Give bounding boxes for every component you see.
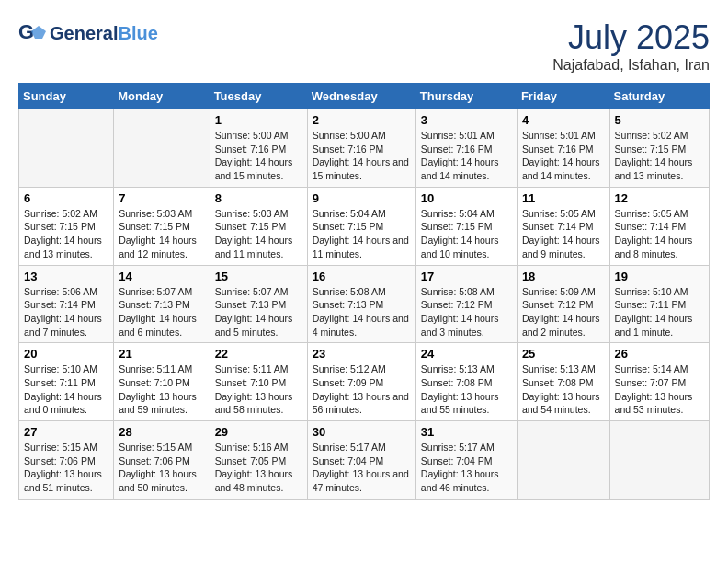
calendar-cell: 24Sunrise: 5:13 AMSunset: 7:08 PMDayligh… — [415, 343, 517, 421]
calendar-cell: 25Sunrise: 5:13 AMSunset: 7:08 PMDayligh… — [517, 343, 609, 421]
weekday-header-sunday: Sunday — [19, 84, 114, 109]
day-number: 24 — [421, 347, 512, 361]
logo-icon: G — [18, 18, 48, 48]
cell-content: Sunrise: 5:17 AMSunset: 7:04 PMDaylight:… — [421, 441, 512, 495]
calendar-cell: 10Sunrise: 5:04 AMSunset: 7:15 PMDayligh… — [415, 187, 517, 265]
calendar-week-row: 27Sunrise: 5:15 AMSunset: 7:06 PMDayligh… — [19, 421, 710, 500]
weekday-header-row: SundayMondayTuesdayWednesdayThursdayFrid… — [19, 84, 710, 109]
calendar-cell: 21Sunrise: 5:11 AMSunset: 7:10 PMDayligh… — [114, 343, 210, 421]
cell-content: Sunrise: 5:00 AMSunset: 7:16 PMDaylight:… — [313, 129, 411, 183]
cell-content: Sunrise: 5:10 AMSunset: 7:11 PMDaylight:… — [24, 362, 108, 417]
calendar-cell: 22Sunrise: 5:11 AMSunset: 7:10 PMDayligh… — [210, 343, 307, 421]
calendar-cell: 20Sunrise: 5:10 AMSunset: 7:11 PMDayligh… — [19, 343, 114, 421]
logo-text: GeneralBlue — [50, 23, 158, 44]
cell-content: Sunrise: 5:15 AMSunset: 7:06 PMDaylight:… — [24, 441, 108, 495]
cell-content: Sunrise: 5:17 AMSunset: 7:04 PMDaylight:… — [313, 441, 411, 495]
page-header: G GeneralBlue July 2025 Najafabad, Isfah… — [18, 18, 710, 74]
calendar-cell — [609, 421, 709, 500]
day-number: 16 — [313, 270, 411, 283]
day-number: 13 — [24, 270, 108, 283]
day-number: 11 — [522, 191, 605, 205]
cell-content: Sunrise: 5:04 AMSunset: 7:15 PMDaylight:… — [313, 207, 411, 261]
calendar-cell: 3Sunrise: 5:01 AMSunset: 7:16 PMDaylight… — [415, 109, 517, 188]
calendar-cell: 7Sunrise: 5:03 AMSunset: 7:15 PMDaylight… — [114, 187, 210, 265]
calendar-table: SundayMondayTuesdayWednesdayThursdayFrid… — [18, 83, 710, 500]
cell-content: Sunrise: 5:08 AMSunset: 7:13 PMDaylight:… — [313, 285, 411, 339]
calendar-cell: 28Sunrise: 5:15 AMSunset: 7:06 PMDayligh… — [114, 421, 210, 500]
calendar-cell — [517, 421, 609, 500]
calendar-cell: 6Sunrise: 5:02 AMSunset: 7:15 PMDaylight… — [19, 187, 114, 265]
calendar-cell: 9Sunrise: 5:04 AMSunset: 7:15 PMDaylight… — [307, 187, 415, 265]
calendar-cell — [114, 109, 210, 188]
calendar-week-row: 20Sunrise: 5:10 AMSunset: 7:11 PMDayligh… — [19, 343, 710, 421]
weekday-header-thursday: Thursday — [415, 84, 517, 109]
cell-content: Sunrise: 5:10 AMSunset: 7:11 PMDaylight:… — [615, 285, 704, 339]
logo: G GeneralBlue — [18, 18, 158, 48]
day-number: 19 — [615, 270, 704, 283]
weekday-header-saturday: Saturday — [609, 84, 709, 109]
day-number: 17 — [421, 270, 512, 283]
calendar-cell: 5Sunrise: 5:02 AMSunset: 7:15 PMDaylight… — [609, 109, 709, 188]
cell-content: Sunrise: 5:12 AMSunset: 7:09 PMDaylight:… — [313, 362, 411, 417]
cell-content: Sunrise: 5:11 AMSunset: 7:10 PMDaylight:… — [215, 362, 302, 417]
calendar-cell: 18Sunrise: 5:09 AMSunset: 7:12 PMDayligh… — [517, 265, 609, 343]
cell-content: Sunrise: 5:01 AMSunset: 7:16 PMDaylight:… — [421, 129, 512, 183]
calendar-cell: 29Sunrise: 5:16 AMSunset: 7:05 PMDayligh… — [210, 421, 307, 500]
day-number: 3 — [421, 113, 512, 127]
location: Najafabad, Isfahan, Iran — [552, 57, 710, 74]
cell-content: Sunrise: 5:13 AMSunset: 7:08 PMDaylight:… — [522, 362, 605, 417]
calendar-cell: 31Sunrise: 5:17 AMSunset: 7:04 PMDayligh… — [415, 421, 517, 500]
day-number: 27 — [24, 425, 108, 439]
calendar-cell: 30Sunrise: 5:17 AMSunset: 7:04 PMDayligh… — [307, 421, 415, 500]
calendar-cell: 2Sunrise: 5:00 AMSunset: 7:16 PMDaylight… — [307, 109, 415, 188]
day-number: 21 — [119, 347, 204, 361]
cell-content: Sunrise: 5:11 AMSunset: 7:10 PMDaylight:… — [119, 362, 204, 417]
title-block: July 2025 Najafabad, Isfahan, Iran — [552, 18, 710, 74]
calendar-week-row: 6Sunrise: 5:02 AMSunset: 7:15 PMDaylight… — [19, 187, 710, 265]
calendar-cell: 14Sunrise: 5:07 AMSunset: 7:13 PMDayligh… — [114, 265, 210, 343]
day-number: 30 — [313, 425, 411, 439]
cell-content: Sunrise: 5:06 AMSunset: 7:14 PMDaylight:… — [24, 285, 108, 339]
day-number: 18 — [522, 270, 605, 283]
cell-content: Sunrise: 5:02 AMSunset: 7:15 PMDaylight:… — [615, 129, 704, 183]
cell-content: Sunrise: 5:14 AMSunset: 7:07 PMDaylight:… — [615, 362, 704, 417]
calendar-cell: 8Sunrise: 5:03 AMSunset: 7:15 PMDaylight… — [210, 187, 307, 265]
day-number: 26 — [615, 347, 704, 361]
day-number: 6 — [24, 191, 108, 205]
calendar-cell: 4Sunrise: 5:01 AMSunset: 7:16 PMDaylight… — [517, 109, 609, 188]
day-number: 5 — [615, 113, 704, 127]
calendar-cell: 19Sunrise: 5:10 AMSunset: 7:11 PMDayligh… — [609, 265, 709, 343]
day-number: 9 — [313, 191, 411, 205]
cell-content: Sunrise: 5:04 AMSunset: 7:15 PMDaylight:… — [421, 207, 512, 261]
weekday-header-monday: Monday — [114, 84, 210, 109]
calendar-cell: 26Sunrise: 5:14 AMSunset: 7:07 PMDayligh… — [609, 343, 709, 421]
cell-content: Sunrise: 5:13 AMSunset: 7:08 PMDaylight:… — [421, 362, 512, 417]
day-number: 8 — [215, 191, 302, 205]
day-number: 28 — [119, 425, 204, 439]
calendar-cell: 16Sunrise: 5:08 AMSunset: 7:13 PMDayligh… — [307, 265, 415, 343]
day-number: 12 — [615, 191, 704, 205]
day-number: 20 — [24, 347, 108, 361]
day-number: 14 — [119, 270, 204, 283]
weekday-header-tuesday: Tuesday — [210, 84, 307, 109]
weekday-header-friday: Friday — [517, 84, 609, 109]
day-number: 23 — [313, 347, 411, 361]
day-number: 25 — [522, 347, 605, 361]
day-number: 29 — [215, 425, 302, 439]
cell-content: Sunrise: 5:08 AMSunset: 7:12 PMDaylight:… — [421, 285, 512, 339]
day-number: 7 — [119, 191, 204, 205]
day-number: 15 — [215, 270, 302, 283]
cell-content: Sunrise: 5:16 AMSunset: 7:05 PMDaylight:… — [215, 441, 302, 495]
cell-content: Sunrise: 5:05 AMSunset: 7:14 PMDaylight:… — [522, 207, 605, 261]
cell-content: Sunrise: 5:01 AMSunset: 7:16 PMDaylight:… — [522, 129, 605, 183]
cell-content: Sunrise: 5:00 AMSunset: 7:16 PMDaylight:… — [215, 129, 302, 183]
day-number: 1 — [215, 113, 302, 127]
day-number: 22 — [215, 347, 302, 361]
cell-content: Sunrise: 5:07 AMSunset: 7:13 PMDaylight:… — [119, 285, 204, 339]
cell-content: Sunrise: 5:07 AMSunset: 7:13 PMDaylight:… — [215, 285, 302, 339]
day-number: 2 — [313, 113, 411, 127]
cell-content: Sunrise: 5:15 AMSunset: 7:06 PMDaylight:… — [119, 441, 204, 495]
calendar-cell: 13Sunrise: 5:06 AMSunset: 7:14 PMDayligh… — [19, 265, 114, 343]
calendar-cell — [19, 109, 114, 188]
calendar-week-row: 13Sunrise: 5:06 AMSunset: 7:14 PMDayligh… — [19, 265, 710, 343]
